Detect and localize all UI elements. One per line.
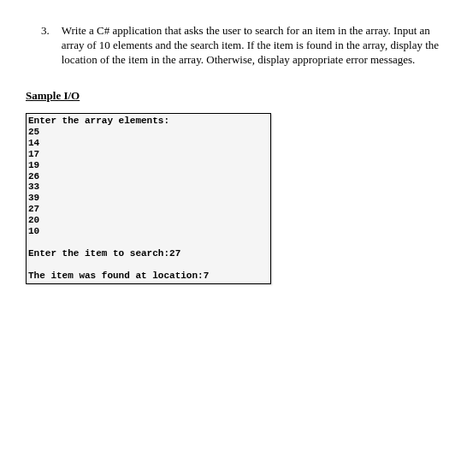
console-line: 33 — [28, 181, 39, 192]
console-line: The item was found at location:7 — [28, 271, 209, 281]
console-line: 39 — [28, 193, 39, 203]
console-line: 27 — [28, 204, 39, 214]
console-line: 25 — [28, 127, 39, 137]
document-page: 3. Write a C# application that asks the … — [0, 0, 467, 284]
console-line: 19 — [28, 160, 39, 170]
question-number: 3. — [41, 24, 50, 68]
console-line: 10 — [28, 226, 39, 236]
console-line: 14 — [28, 138, 39, 148]
console-line: 17 — [28, 149, 39, 159]
sample-io-heading: Sample I/O — [26, 89, 441, 103]
console-line: 20 — [28, 215, 39, 225]
console-text: Enter the array elements: 25 14 17 19 26… — [27, 114, 270, 284]
console-line: Enter the item to search:27 — [28, 248, 180, 259]
console-line: 26 — [28, 171, 39, 181]
console-output-box: Enter the array elements: 25 14 17 19 26… — [26, 113, 271, 285]
console-line: Enter the array elements: — [28, 116, 169, 126]
question-block: 3. Write a C# application that asks the … — [26, 24, 441, 68]
question-text: Write a C# application that asks the use… — [62, 24, 441, 68]
